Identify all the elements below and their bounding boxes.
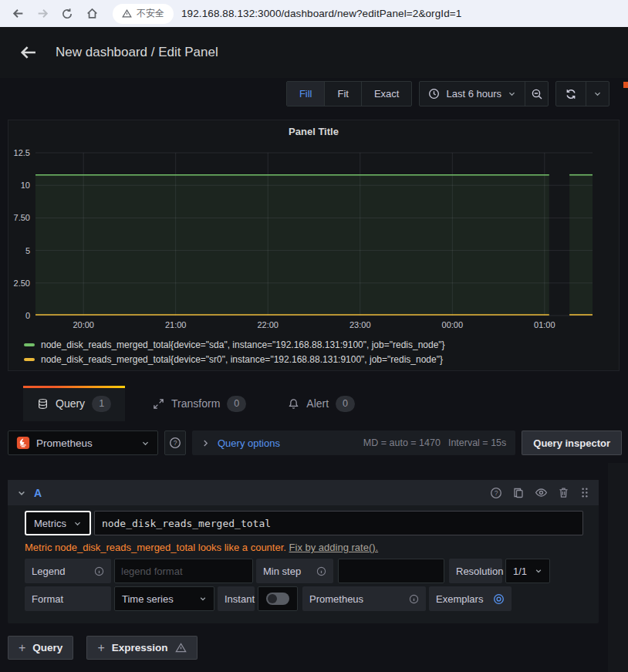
tab-transform[interactable]: Transform 0 <box>139 386 260 421</box>
resolution-select[interactable]: 1/1 <box>505 559 550 583</box>
series-swatch <box>24 358 35 361</box>
add-expression-button[interactable]: + Expression <box>86 636 197 660</box>
svg-text:20:00: 20:00 <box>73 320 94 329</box>
query-inspector-button[interactable]: Query inspector <box>522 431 622 455</box>
exact-button[interactable]: Exact <box>361 82 412 106</box>
address-bar[interactable]: 不安全 192.168.88.132:3000/dashboard/new?ed… <box>113 3 620 25</box>
drag-handle[interactable] <box>579 487 589 498</box>
browser-toolbar: 不安全 192.168.88.132:3000/dashboard/new?ed… <box>0 0 628 27</box>
zoom-out-button[interactable] <box>525 82 548 106</box>
datasource-row: Prometheus ? Query options MD = auto = 1… <box>8 431 622 455</box>
legend-label: node_disk_reads_merged_total{device="sda… <box>41 339 445 350</box>
info-icon[interactable] <box>94 566 104 576</box>
interval-text: Interval = 15s <box>448 437 506 448</box>
help-circle-icon: ? <box>490 487 502 499</box>
svg-text:0: 0 <box>25 311 30 320</box>
browser-refresh-button[interactable] <box>57 4 77 24</box>
magnifier-minus-icon <box>531 88 543 100</box>
format-select[interactable]: Time series <box>114 586 214 611</box>
chart-legend: node_disk_reads_merged_total{device="sda… <box>8 339 619 365</box>
legend-item[interactable]: node_disk_reads_merged_total{device="sda… <box>24 339 619 350</box>
query-help-button[interactable]: ? <box>490 487 502 499</box>
svg-text:01:00: 01:00 <box>534 320 555 329</box>
plus-icon: + <box>19 641 25 655</box>
grafana-header: New dashboard / Edit Panel <box>0 27 628 78</box>
svg-text:22:00: 22:00 <box>257 320 279 329</box>
security-chip[interactable]: 不安全 <box>113 4 174 24</box>
instant-toggle[interactable] <box>258 586 298 611</box>
counter-warning: Metric node_disk_reads_merged_total look… <box>25 542 583 553</box>
add-query-label: Query <box>32 642 62 653</box>
back-arrow-button[interactable] <box>20 44 37 61</box>
security-chip-label: 不安全 <box>137 7 164 20</box>
clock-icon <box>428 88 440 100</box>
legend-format-input[interactable] <box>114 559 253 583</box>
min-step-input[interactable] <box>338 559 444 583</box>
svg-text:00:00: 00:00 <box>442 320 464 329</box>
tab-label: Transform <box>171 397 220 410</box>
query-editor-body: Metrics Metric node_disk_reads_merged_to… <box>8 505 599 623</box>
arrow-left-icon <box>12 7 25 20</box>
query-options-toggle[interactable]: Query options <box>218 437 280 449</box>
legend-label: node_disk_reads_merged_total{device="sr0… <box>41 354 443 365</box>
arrow-right-icon <box>36 7 49 20</box>
chevron-down-icon <box>141 439 150 447</box>
fit-button[interactable]: Fit <box>324 82 360 106</box>
svg-text:10: 10 <box>21 181 30 190</box>
toggle-visibility-button[interactable] <box>535 486 548 499</box>
drag-dots-icon <box>579 487 589 498</box>
tab-alert[interactable]: Alert 0 <box>274 386 369 421</box>
alert-count-badge: 0 <box>336 396 355 412</box>
refresh-dashboard-button[interactable] <box>556 82 586 106</box>
fill-button[interactable]: Fill <box>287 82 325 106</box>
format-value: Time series <box>122 593 174 605</box>
refresh-group <box>555 81 609 106</box>
add-query-button[interactable]: + Query <box>8 636 73 660</box>
tab-query[interactable]: Query 1 <box>23 386 125 421</box>
url-text: 192.168.88.132:3000/dashboard/new?editPa… <box>181 8 461 19</box>
max-data-points-text: MD = auto = 1470 <box>363 437 441 448</box>
active-tab-accent <box>23 386 125 388</box>
duplicate-query-button[interactable] <box>512 487 525 499</box>
chevron-right-icon <box>201 439 210 447</box>
chart-plot[interactable]: 02.5057.501012.520:0021:0022:0023:0000:0… <box>8 147 619 336</box>
copy-icon <box>512 487 525 499</box>
time-range-label: Last 6 hours <box>446 88 501 100</box>
svg-text:21:00: 21:00 <box>165 320 187 329</box>
scroll-gutter <box>608 463 628 672</box>
svg-text:5: 5 <box>25 246 30 255</box>
svg-text:12.5: 12.5 <box>14 148 30 157</box>
instant-label-chip: Instant <box>218 586 255 611</box>
min-step-label: Min step <box>263 566 301 577</box>
query-options-row-1: Legend Min step Resolution 1/1 <box>25 559 583 583</box>
browser-back-button[interactable] <box>8 4 28 24</box>
legend-item[interactable]: node_disk_reads_merged_total{device="sr0… <box>24 354 619 365</box>
help-circle-icon: ? <box>169 437 181 449</box>
refresh-interval-dropdown[interactable] <box>586 82 609 106</box>
info-icon[interactable] <box>316 566 326 576</box>
browser-forward-button[interactable] <box>32 4 52 24</box>
query-options-row-2: Format Time series Instant Prometheus Ex… <box>25 586 583 611</box>
browser-home-button[interactable] <box>82 4 102 24</box>
datasource-help-button[interactable]: ? <box>164 431 186 455</box>
chevron-down-icon <box>73 519 82 528</box>
datasource-picker[interactable]: Prometheus <box>8 431 158 455</box>
metric-expression-input[interactable] <box>94 511 583 535</box>
legend-label: Legend <box>32 566 65 577</box>
delete-query-button[interactable] <box>558 487 569 498</box>
query-row-header[interactable]: A ? <box>8 480 599 505</box>
panel: Panel Title 02.5057.501012.520:0021:0022… <box>8 120 620 371</box>
add-expression-label: Expression <box>112 642 168 653</box>
collapse-chevron-icon[interactable] <box>17 488 26 498</box>
info-icon[interactable] <box>409 594 419 604</box>
trash-icon <box>558 487 569 498</box>
fix-rate-link[interactable]: Fix by adding rate(). <box>289 542 379 553</box>
exemplars-toggle[interactable] <box>493 593 505 605</box>
resolution-label: Resolution <box>456 566 503 577</box>
metrics-dropdown[interactable]: Metrics <box>25 511 91 535</box>
prometheus-label-chip: Prometheus <box>302 586 426 611</box>
time-range-picker[interactable]: Last 6 hours <box>420 82 525 106</box>
series-swatch <box>24 343 35 346</box>
warning-triangle-icon <box>122 8 132 19</box>
query-count-badge: 1 <box>92 396 111 412</box>
